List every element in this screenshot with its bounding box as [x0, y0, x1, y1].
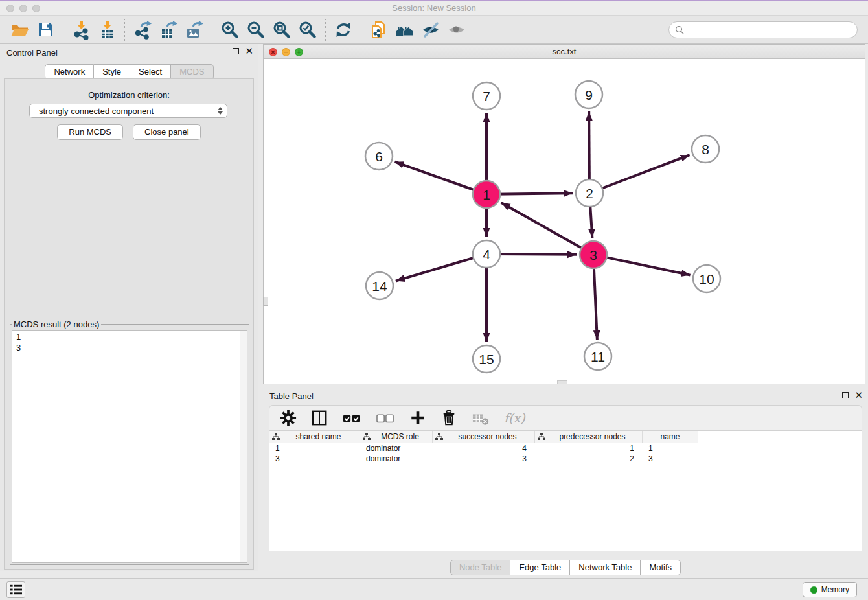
checked-boxes-icon — [342, 410, 361, 426]
select-all-columns-button[interactable] — [342, 410, 361, 426]
table-cell: 1 — [643, 443, 698, 454]
delete-table-button[interactable] — [472, 410, 490, 426]
zoom-selected-button[interactable] — [295, 18, 321, 41]
table-cell: 1 — [269, 443, 360, 454]
search-icon — [675, 25, 684, 34]
graph-edge-2-8[interactable] — [589, 155, 690, 193]
mcds-panel: Optimization criterion: strongly connect… — [4, 78, 254, 570]
graph-edge-3-1[interactable] — [501, 203, 593, 255]
search-input[interactable] — [688, 25, 851, 34]
table-panel-title: Table Panel — [269, 391, 314, 401]
mcds-result-line: 1 — [12, 331, 247, 342]
duplicate-network-icon — [369, 20, 389, 40]
show-all-button[interactable] — [444, 18, 470, 41]
zoom-selected-icon — [298, 20, 317, 40]
hide-selected-button[interactable] — [418, 18, 444, 41]
column-header-successor-nodes[interactable]: successor nodes — [433, 431, 535, 443]
tab-node-table[interactable]: Node Table — [450, 560, 511, 575]
export-image-button[interactable] — [181, 18, 207, 41]
graph-node-7[interactable]: 7 — [473, 82, 500, 110]
zoom-in-button[interactable] — [217, 18, 243, 41]
status-bar: Memory — [0, 578, 868, 600]
unchecked-boxes-icon — [376, 410, 395, 426]
graph-node-label: 9 — [585, 87, 593, 102]
result-scrollbar[interactable] — [240, 331, 247, 562]
table-cell: 3 — [643, 454, 698, 464]
export-network-icon — [133, 20, 152, 40]
table-settings-button[interactable] — [280, 410, 297, 426]
node-table[interactable]: shared nameMCDS rolesuccessor nodesprede… — [269, 431, 862, 551]
splitter-grip-bottom[interactable] — [557, 380, 567, 384]
duplicate-network-button[interactable] — [366, 18, 392, 41]
splitter-grip[interactable] — [263, 297, 268, 306]
column-header-name[interactable]: name — [643, 431, 698, 443]
tab-motifs[interactable]: Motifs — [641, 560, 681, 575]
refresh-view-button[interactable] — [330, 18, 356, 41]
eye-icon — [447, 20, 466, 40]
zoom-out-icon — [246, 20, 266, 40]
search-field[interactable] — [668, 21, 858, 38]
network-canvas[interactable]: 7968124314101511 — [264, 59, 865, 384]
function-builder-button[interactable]: f(x) — [504, 411, 525, 425]
delete-column-button[interactable] — [440, 410, 457, 426]
zoom-fit-button[interactable] — [269, 18, 295, 41]
tab-network[interactable]: Network — [45, 64, 94, 80]
table-row[interactable]: 3dominator323 — [269, 454, 862, 464]
hierarchy-icon — [272, 433, 280, 441]
float-panel-icon[interactable] — [842, 392, 849, 398]
network-window-titlebar: × − + scc.txt — [264, 45, 865, 59]
app-window: Session: New Session — [0, 0, 868, 600]
add-column-button[interactable] — [409, 410, 426, 426]
zoom-out-button[interactable] — [243, 18, 269, 41]
mcds-result-list[interactable]: 13 — [12, 330, 247, 563]
tab-edge-table[interactable]: Edge Table — [510, 560, 570, 575]
memory-status-icon — [810, 586, 817, 594]
criterion-selected-value: strongly connected component — [39, 106, 218, 116]
export-table-button[interactable] — [155, 18, 181, 41]
save-session-button[interactable] — [32, 18, 58, 41]
table-row[interactable]: 1dominator411 — [269, 443, 862, 454]
float-panel-icon[interactable] — [233, 48, 239, 54]
import-table-icon — [97, 20, 117, 40]
deselect-all-columns-button[interactable] — [376, 410, 395, 426]
graph-node-label: 1 — [483, 187, 490, 202]
memory-button[interactable]: Memory — [803, 582, 857, 597]
split-columns-button[interactable] — [311, 410, 328, 426]
tab-select[interactable]: Select — [130, 64, 171, 80]
tab-style[interactable]: Style — [94, 64, 130, 80]
graph-node-11[interactable]: 11 — [584, 343, 611, 370]
graph-node-2[interactable]: 2 — [576, 179, 603, 207]
tab-network-table[interactable]: Network Table — [570, 560, 641, 575]
import-network-button[interactable] — [68, 18, 94, 41]
close-panel-icon[interactable]: ✕ — [854, 391, 863, 399]
graph-node-3[interactable]: 3 — [580, 241, 607, 268]
graph-node-9[interactable]: 9 — [575, 81, 602, 108]
graph-edge-1-6[interactable] — [394, 162, 486, 194]
column-header-shared-name[interactable]: shared name — [269, 431, 360, 443]
graph-node-8[interactable]: 8 — [692, 135, 719, 163]
first-neighbors-button[interactable] — [392, 18, 418, 41]
close-panel-button[interactable]: Close panel — [133, 124, 201, 140]
split-columns-icon — [311, 410, 328, 426]
close-panel-icon[interactable]: ✕ — [245, 47, 253, 55]
graph-node-14[interactable]: 14 — [366, 272, 393, 299]
column-header-MCDS-role[interactable]: MCDS role — [360, 431, 433, 443]
graph-node-1[interactable]: 1 — [473, 181, 500, 208]
run-mcds-button[interactable]: Run MCDS — [57, 124, 123, 140]
graph-node-4[interactable]: 4 — [473, 240, 500, 268]
column-header-predecessor-nodes[interactable]: predecessor nodes — [535, 431, 643, 443]
control-panel-tabs: NetworkStyleSelectMCDS — [0, 64, 258, 80]
column-header-label: predecessor nodes — [545, 432, 639, 441]
graph-node-15[interactable]: 15 — [473, 345, 500, 373]
table-cell: 1 — [535, 443, 643, 454]
graph-node-6[interactable]: 6 — [365, 143, 393, 170]
tab-mcds[interactable]: MCDS — [171, 64, 213, 80]
task-history-button[interactable] — [6, 581, 25, 598]
graph-node-10[interactable]: 10 — [693, 265, 720, 292]
houses-icon — [395, 20, 415, 40]
import-table-button[interactable] — [94, 18, 120, 41]
criterion-dropdown[interactable]: strongly connected component — [29, 104, 227, 118]
export-network-button[interactable] — [130, 18, 155, 41]
open-session-button[interactable] — [6, 18, 32, 41]
graph-edge-3-10[interactable] — [593, 255, 691, 275]
